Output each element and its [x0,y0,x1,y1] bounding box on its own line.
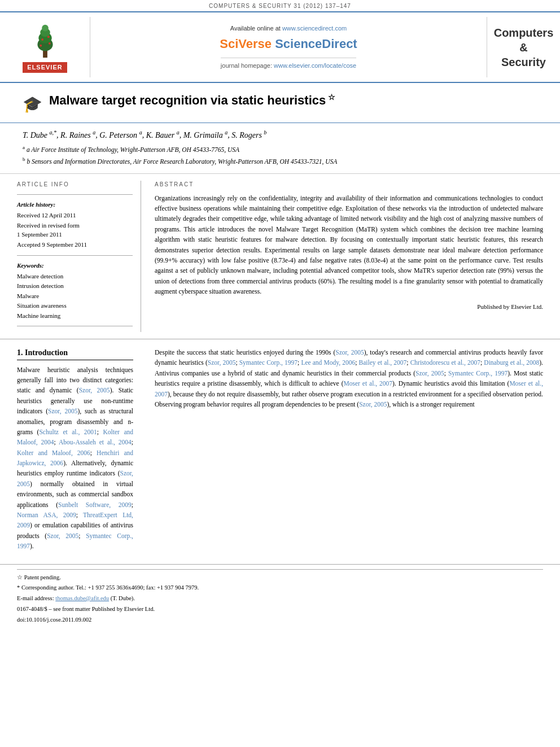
history-label: Article history: [17,200,133,209]
journal-name-area: Computers&Security [487,17,560,77]
mortarboard-icon: 🎓 [23,93,42,115]
sciverse-area: Available online at www.sciencedirect.co… [90,17,487,77]
intro-right-text: Despite the success that static heuristi… [155,347,543,409]
footnote-doi: doi:10.1016/j.cose.2011.09.002 [17,615,543,625]
keyword-5: Machine learning [17,312,133,320]
section-title: 1. Introduction [17,347,133,360]
sciencedirect-link[interactable]: www.sciencedirect.com [282,25,347,32]
keyword-3: Malware [17,292,133,300]
journal-citation: COMPUTERS & SECURITY 31 (2012) 137–147 [209,3,351,9]
accepted-date: Accepted 9 September 2011 [17,241,133,249]
abstract-col: ABSTRACT Organizations increasingly rely… [152,181,543,332]
elsevier-wordmark: ELSEVIER [23,62,67,73]
sciencedirect-text: ScienceDirect [275,37,357,51]
footnote-patent: ☆ Patent pending. [17,573,543,583]
journal-homepage: journal homepage: www.elsevier.com/locat… [221,58,356,70]
published-by: Published by Elsevier Ltd. [155,303,543,311]
authors-line: T. Dube a,*, R. Raines a, G. Peterson a,… [23,129,537,141]
star-footnote: ☆ [326,93,335,102]
svg-point-7 [41,38,43,41]
footnote-copyright: 0167-4048/$ – see front matter Published… [17,605,543,614]
sciverse-text: SciVerse [220,37,275,51]
keyword-2: Intrusion detection [17,282,133,290]
introduction-area: 1. Introduction Malware heuristic analys… [0,339,560,564]
elsevier-tree-icon [23,21,68,60]
title-area: 🎓 Malware target recognition via static … [0,83,560,123]
article-info-label: ARTICLE INFO [17,181,133,189]
svg-point-4 [42,25,49,32]
article-info-col: ARTICLE INFO Article history: Received 1… [17,181,141,332]
journal-name: Computers&Security [494,25,554,69]
keyword-1: Malware detection [17,272,133,281]
authors-area: T. Dube a,*, R. Raines a, G. Peterson a,… [0,123,560,174]
email-link[interactable]: thomas.dube@afit.edu [55,595,109,601]
affiliation-a: a a Air Force Institute of Technology, W… [23,144,537,154]
svg-point-8 [47,36,49,38]
affiliation-b: b b Sensors and Information Directorates… [23,156,537,166]
abstract-text: Organizations increasingly rely on the c… [155,193,543,297]
keyword-4: Situation awareness [17,302,133,310]
received-revised-date: Received in revised form1 September 2011 [17,221,133,239]
journal-banner: COMPUTERS & SECURITY 31 (2012) 137–147 [0,0,560,12]
article-title: Malware target recognition via static he… [49,92,335,109]
svg-point-6 [48,42,50,45]
intro-left-text: Malware heuristic analysis techniques ge… [17,365,133,552]
keywords-label: Keywords: [17,261,133,270]
intro-left-col: 1. Introduction Malware heuristic analys… [17,347,141,556]
footer-notes: ☆ Patent pending. * Corresponding author… [0,564,560,631]
article-info-abstract-area: ARTICLE INFO Article history: Received 1… [0,174,560,339]
intro-right-col: Despite the success that static heuristi… [152,347,543,556]
sciverse-logo: SciVerse ScienceDirect [220,36,357,53]
svg-point-5 [40,45,42,47]
section-number: 1. [17,348,23,357]
footnote-email: E-mail address: thomas.dube@afit.edu (T.… [17,594,543,604]
abstract-label: ABSTRACT [155,181,543,189]
section-name: Introduction [25,348,68,357]
journal-url[interactable]: www.elsevier.com/locate/cose [274,62,356,69]
available-online-text: Available online at www.sciencedirect.co… [230,24,347,33]
journal-header: ELSEVIER Available online at www.science… [0,12,560,83]
received-date: Received 12 April 2011 [17,211,133,220]
footnote-corresponding: * Corresponding author. Tel.: +1 937 255… [17,583,543,593]
elsevier-logo-area: ELSEVIER [0,17,90,77]
